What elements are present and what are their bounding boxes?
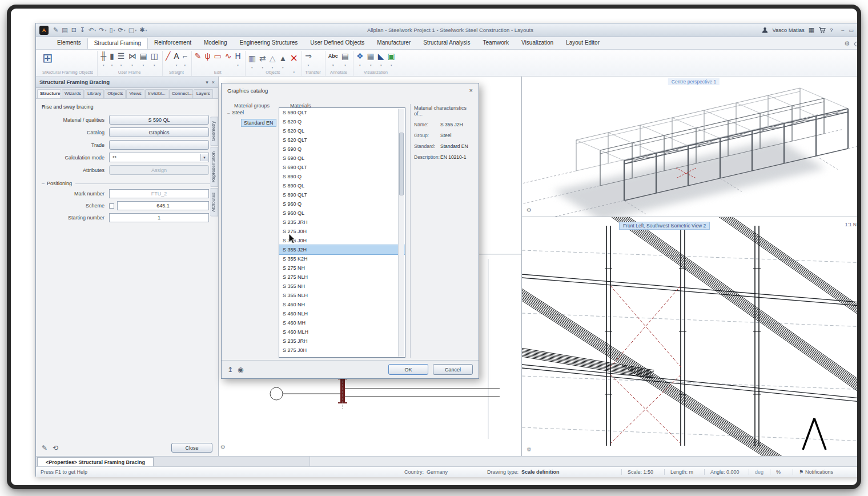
palette-close-button[interactable]: Close xyxy=(171,443,212,453)
scrollbar-thumb[interactable] xyxy=(399,133,404,195)
palette-tab[interactable]: Library xyxy=(85,89,104,98)
status-angle-unit[interactable]: deg xyxy=(749,469,763,475)
ribbon-tool-icon[interactable]: ╱ xyxy=(166,51,170,64)
ribbon-tab[interactable]: Structural Analysis xyxy=(417,38,476,49)
material-row[interactable]: S 890 QL xyxy=(279,181,405,190)
material-row[interactable]: S 620 QLT xyxy=(279,135,405,145)
material-row[interactable]: S 690 Q xyxy=(279,145,405,154)
quick-access-icon[interactable]: ▢▾ xyxy=(127,25,138,35)
material-row[interactable]: S 590 QLT xyxy=(279,108,405,117)
ribbon-tab[interactable]: Structural Framing xyxy=(87,38,148,49)
ribbon-tool-icon[interactable]: ◣▾ xyxy=(378,51,384,64)
ribbon-tab[interactable]: Layout Editor xyxy=(560,38,606,49)
ribbon-tool-icon[interactable]: ×▾ xyxy=(290,51,298,69)
quick-access-icon[interactable]: ✎ xyxy=(52,25,60,35)
palette-tab[interactable]: Views xyxy=(126,89,144,98)
status-percent[interactable]: % xyxy=(770,469,781,475)
gear-icon[interactable]: ⚙ xyxy=(844,40,850,47)
material-row[interactable]: S 890 Q xyxy=(279,172,405,181)
material-row[interactable]: S 355 J0H xyxy=(279,236,405,245)
material-row[interactable]: S 460 MH xyxy=(279,318,405,327)
ribbon-tab[interactable]: Reinforcement xyxy=(148,38,198,49)
ribbon-tool-icon[interactable]: △▾ xyxy=(270,54,276,66)
help-icon[interactable]: ? xyxy=(830,27,833,33)
material-row[interactable]: S 275 NLH xyxy=(279,273,405,282)
tree-node-standard-en[interactable]: Standard EN xyxy=(241,119,276,127)
quick-access-icon[interactable]: ↷▾ xyxy=(98,25,107,35)
shop-cart-icon[interactable] xyxy=(818,27,826,33)
document-tab[interactable]: <Properties> Structural Framing Bracing xyxy=(37,457,154,467)
palette-tab[interactable]: Structure xyxy=(37,89,61,98)
scheme-checkbox[interactable] xyxy=(109,203,114,209)
material-row[interactable]: S 460 NH xyxy=(279,300,405,309)
ribbon-tab[interactable]: User Defined Objects xyxy=(304,38,371,49)
ribbon-tool-icon[interactable]: ❖▾ xyxy=(356,51,364,64)
material-button[interactable]: S 590 QL xyxy=(109,115,209,125)
palette-side-tab[interactable]: Geometry xyxy=(210,117,218,146)
catalog-button[interactable]: Graphics xyxy=(109,127,209,137)
ribbon-tab[interactable]: Visualization xyxy=(515,38,560,49)
apps-grid-icon[interactable]: ▦ xyxy=(809,26,814,34)
palette-tab[interactable]: Invisibl... xyxy=(145,89,168,98)
palette-header[interactable]: Structural Framing Bracing ▾ × xyxy=(36,77,218,88)
material-row[interactable]: S 275 J0H xyxy=(279,346,405,355)
material-row[interactable]: S 355 J2H xyxy=(279,245,405,254)
dialog-close-icon[interactable]: × xyxy=(469,87,473,94)
ribbon-tool-icon[interactable]: ▥▾ xyxy=(248,54,256,66)
status-scale[interactable]: Scale: 1:50 xyxy=(621,469,653,475)
ribbon-tab[interactable]: Manufacturer xyxy=(371,38,417,49)
ribbon-tool-icon[interactable]: ⇒▾ xyxy=(305,51,312,64)
ribbon-tool-icon[interactable]: ▤▾ xyxy=(341,51,349,64)
quick-access-icon[interactable]: ▯▾ xyxy=(108,25,116,35)
ribbon-tool-icon[interactable]: Abc▾ xyxy=(328,51,338,64)
viewport-nav-icon[interactable]: ⚙ xyxy=(220,444,226,450)
material-row[interactable]: S 235 JRH xyxy=(279,337,405,346)
quick-access-icon[interactable]: ▤ xyxy=(61,25,69,35)
ribbon-tab[interactable]: Elements xyxy=(51,38,87,49)
material-row[interactable]: S 620 Q xyxy=(279,117,405,126)
material-row[interactable]: S 275 J2H xyxy=(279,355,405,358)
ribbon-tool-icon[interactable]: ✎ xyxy=(195,51,202,64)
ribbon-tool-icon[interactable]: ▭ xyxy=(214,51,222,64)
quick-access-icon[interactable]: ↧ xyxy=(79,25,87,35)
material-row[interactable]: S 460 NLH xyxy=(279,309,405,318)
quick-access-icon[interactable]: ⟳▾ xyxy=(117,25,127,35)
palette-close-icon[interactable]: × xyxy=(212,79,215,85)
ribbon-tool-icon[interactable]: ⇄▾ xyxy=(259,54,266,66)
ok-button[interactable]: OK xyxy=(388,364,428,375)
ribbon-tool-icon[interactable]: ⌐▾ xyxy=(183,51,187,64)
material-row[interactable]: S 275 J0H xyxy=(279,227,405,236)
ribbon-tool-icon[interactable]: ⋈▾ xyxy=(128,51,136,64)
materials-list[interactable]: S 590 QLTS 620 QS 620 QLS 620 QLTS 690 Q… xyxy=(279,107,405,358)
ribbon-tool-icon[interactable]: ◫▾ xyxy=(151,51,158,64)
match-properties-icon[interactable]: ⟲ xyxy=(53,444,58,452)
palette-tab[interactable]: Objects xyxy=(105,89,126,98)
scheme-field[interactable]: 645.1 xyxy=(117,201,209,210)
ribbon-tab[interactable]: Engineering Structures xyxy=(234,38,304,49)
palette-side-tab[interactable]: Representation xyxy=(210,147,218,187)
palette-tab[interactable]: Connect... xyxy=(169,89,193,98)
ribbon-tool-icon[interactable]: ▣▾ xyxy=(388,51,395,64)
ribbon-tool-icon[interactable]: ∿ xyxy=(225,51,232,64)
tree-expander-icon[interactable]: – xyxy=(227,110,230,115)
viewport-label[interactable]: Front Left, Southwest Isometric View 2 xyxy=(619,222,710,230)
minimize-button[interactable]: – xyxy=(841,27,844,33)
material-row[interactable]: S 890 QLT xyxy=(279,190,405,199)
dialog-footer-icon[interactable]: ◉ xyxy=(238,366,243,374)
starting-number-field[interactable]: 1 xyxy=(109,213,209,222)
app-menu-button[interactable]: A xyxy=(39,26,49,35)
tree-node-steel[interactable]: –Steel xyxy=(227,110,278,115)
material-row[interactable]: S 960 QL xyxy=(279,209,405,218)
palette-tab[interactable]: Layers xyxy=(194,89,213,98)
close-button[interactable]: × xyxy=(858,27,861,33)
search-icon[interactable] xyxy=(854,42,859,46)
ribbon-tool-icon[interactable]: ▮▾ xyxy=(110,51,114,64)
materials-scrollbar[interactable] xyxy=(398,109,404,357)
dialog-footer-icon[interactable]: ↥ xyxy=(227,366,233,374)
pin-icon[interactable]: ▾ xyxy=(206,79,208,85)
material-row[interactable]: S 690 QL xyxy=(279,154,405,163)
positioning-section[interactable]: – Positioning xyxy=(42,181,212,186)
viewport-label[interactable]: Centre perspective 1 xyxy=(668,78,720,85)
ribbon-tool-icon[interactable]: A▾ xyxy=(174,51,179,64)
trade-button[interactable] xyxy=(109,140,209,150)
